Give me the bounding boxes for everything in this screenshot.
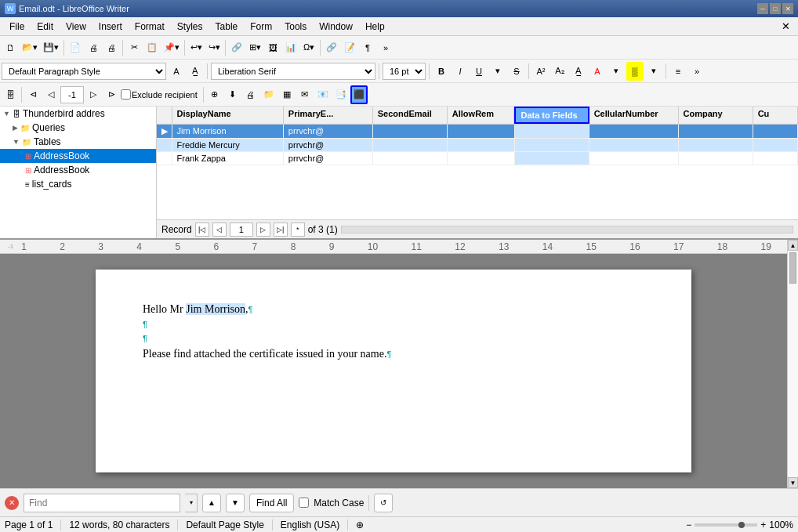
italic-button[interactable]: I xyxy=(452,62,469,81)
paragraph-style-select[interactable]: Default Paragraph Style xyxy=(2,63,166,80)
font-size-select[interactable]: 16 pt xyxy=(383,63,426,80)
scroll-down-arrow[interactable]: ▼ xyxy=(788,477,798,488)
save-docs-button[interactable]: 📁 xyxy=(260,85,277,104)
char-highlight-button[interactable]: A̲ xyxy=(570,62,587,81)
insert-db-button[interactable]: ⬇ xyxy=(224,85,241,104)
mail-button[interactable]: ✉ xyxy=(296,85,314,104)
highlight-button[interactable]: ▒ xyxy=(626,62,644,81)
find-next-button[interactable]: ▼ xyxy=(226,494,245,512)
font-color-dropdown[interactable]: ▾ xyxy=(608,62,625,81)
vertical-scrollbar[interactable]: ▲ ▼ xyxy=(787,240,798,488)
print-preview-button[interactable]: 🖨 xyxy=(85,38,102,57)
menu-insert[interactable]: Insert xyxy=(92,17,129,35)
menu-close-button[interactable]: ✕ xyxy=(777,19,795,34)
zoom-minus-icon[interactable]: − xyxy=(686,519,691,530)
redo-button[interactable]: ↪▾ xyxy=(205,38,223,57)
find-dropdown-button[interactable]: ▾ xyxy=(185,494,198,512)
style-a-button[interactable]: A xyxy=(168,62,185,81)
subscript-button[interactable]: A₂ xyxy=(551,62,568,81)
copy-button[interactable]: 📋 xyxy=(143,38,161,57)
pdf-button[interactable]: 📄 xyxy=(67,38,84,57)
tree-item-queries[interactable]: ▶ 📁 Queries xyxy=(0,121,156,135)
cut-button[interactable]: ✂ xyxy=(125,38,143,57)
table-row[interactable]: Frank Zappa prrvchr@ xyxy=(157,152,798,165)
scroll-track[interactable] xyxy=(788,251,798,477)
underline-button[interactable]: U xyxy=(470,62,488,81)
align-button[interactable]: ≡ xyxy=(669,62,687,81)
chart-button[interactable]: 📊 xyxy=(282,38,299,57)
record-number-input[interactable] xyxy=(60,86,84,103)
menu-window[interactable]: Window xyxy=(313,17,359,35)
next-record[interactable]: ▷ xyxy=(85,85,102,104)
menu-tools[interactable]: Tools xyxy=(278,17,313,35)
find-options-button[interactable]: ↺ xyxy=(374,494,393,512)
print-button[interactable]: 🖨 xyxy=(103,38,120,57)
save-fields-button[interactable]: ▦ xyxy=(278,85,296,104)
zoom-slider[interactable] xyxy=(695,523,757,527)
highlight-dropdown[interactable]: ▾ xyxy=(645,62,662,81)
minimize-button[interactable]: ─ xyxy=(757,3,768,14)
find-close-button[interactable]: ✕ xyxy=(5,496,19,510)
document-scroll[interactable]: Hello Mr Jim Morrison,¶ ¶ ¶ Please find … xyxy=(0,254,787,488)
scroll-thumb[interactable] xyxy=(789,252,796,284)
style-a2-button[interactable]: A̲ xyxy=(187,62,204,81)
last-rec-btn[interactable]: ▷| xyxy=(274,223,288,237)
window-controls[interactable]: ─ □ ✕ xyxy=(757,3,793,14)
save-button[interactable]: 💾▾ xyxy=(41,38,61,57)
tree-item-tables[interactable]: ▼ 📁 Tables xyxy=(0,135,156,149)
link-button[interactable]: 🔗 xyxy=(323,38,340,57)
hyperlink-button[interactable]: 🔗 xyxy=(228,38,245,57)
tree-item-thunderbird[interactable]: ▼ 🗄 Thunderbird addres xyxy=(0,107,156,121)
find-input[interactable] xyxy=(24,494,180,512)
special-char-button[interactable]: Ω▾ xyxy=(300,38,317,57)
menu-styles[interactable]: Styles xyxy=(171,17,209,35)
prev-rec-btn[interactable]: ◁ xyxy=(212,223,227,237)
more-font-button[interactable]: » xyxy=(688,62,706,81)
menu-format[interactable]: Format xyxy=(129,17,171,35)
tree-item-addressbook1[interactable]: ⊞ AddressBook xyxy=(0,149,156,163)
scroll-up-arrow[interactable]: ▲ xyxy=(788,240,798,251)
superscript-button[interactable]: A² xyxy=(532,62,550,81)
zoom-plus-icon[interactable]: + xyxy=(760,519,766,530)
maximize-button[interactable]: □ xyxy=(770,3,781,14)
zoom-thumb[interactable] xyxy=(738,522,745,528)
horizontal-scrollbar[interactable] xyxy=(341,226,793,233)
find-all-button[interactable]: Find All xyxy=(249,494,294,512)
first-rec-btn[interactable]: |◁ xyxy=(195,223,209,237)
next-rec-btn[interactable]: ▷ xyxy=(256,223,270,237)
find-prev-button[interactable]: ▲ xyxy=(202,494,221,512)
menu-edit[interactable]: Edit xyxy=(31,17,60,35)
more-button[interactable]: » xyxy=(377,38,394,57)
match-case-checkbox[interactable] xyxy=(299,498,309,508)
record-input[interactable] xyxy=(230,223,253,237)
image-button[interactable]: 🖼 xyxy=(264,38,281,57)
tree-item-addressbook2[interactable]: ⊞ AddressBook xyxy=(0,163,156,177)
exclude-checkbox[interactable] xyxy=(121,89,131,100)
first-record[interactable]: ⊲ xyxy=(24,85,42,104)
table-row[interactable]: ▶ Jim Morrison prrvchr@ xyxy=(157,125,798,139)
font-color-button[interactable]: A xyxy=(589,62,606,81)
menu-help[interactable]: Help xyxy=(359,17,391,35)
menu-table[interactable]: Table xyxy=(209,17,245,35)
bold-button[interactable]: B xyxy=(433,62,450,81)
new-rec-btn[interactable]: * xyxy=(291,223,305,237)
note-button[interactable]: 📝 xyxy=(341,38,358,57)
datasource-toggle[interactable]: 🗄 xyxy=(2,85,19,104)
insert-field-button[interactable]: ⊕ xyxy=(206,85,223,104)
tree-item-listcards[interactable]: ≡ list_cards xyxy=(0,177,156,191)
merge-toolbar-button2[interactable]: 📧 xyxy=(314,85,332,104)
last-record[interactable]: ⊳ xyxy=(103,85,120,104)
paste-button[interactable]: 📌▾ xyxy=(161,38,182,57)
table-row[interactable]: Freddie Mercury prrvchr@ xyxy=(157,139,798,152)
open-button[interactable]: 📂▾ xyxy=(20,38,40,57)
merge-toolbar-button4[interactable]: ⬛ xyxy=(350,85,368,104)
prev-record[interactable]: ◁ xyxy=(42,85,60,104)
nonprint-button[interactable]: ¶ xyxy=(359,38,376,57)
menu-file[interactable]: File xyxy=(3,17,31,35)
underline-dropdown[interactable]: ▾ xyxy=(489,62,506,81)
strikethrough-button[interactable]: S xyxy=(508,62,525,81)
undo-button[interactable]: ↩▾ xyxy=(187,38,205,57)
font-name-select[interactable]: Liberation Serif xyxy=(211,63,375,80)
menu-form[interactable]: Form xyxy=(244,17,278,35)
new-button[interactable]: 🗋 xyxy=(2,38,19,57)
